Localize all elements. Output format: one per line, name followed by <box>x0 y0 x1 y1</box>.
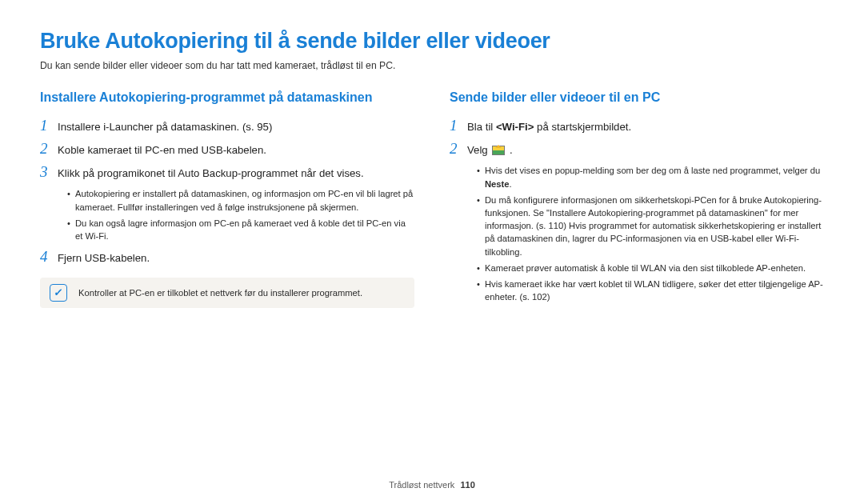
photo-icon <box>492 146 505 155</box>
bold-text: Neste <box>485 179 509 189</box>
step-number-icon: 2 <box>450 141 467 158</box>
step-text: Klikk på programikonet til Auto Backup-p… <box>58 164 364 181</box>
bullet-item: Du må konfigurere informasjonen om sikke… <box>477 194 824 258</box>
left-step-4: 4 Fjern USB-kabelen. <box>40 249 414 266</box>
left-column: Installere Autokopiering-programmet på d… <box>40 90 414 310</box>
footer-section: Trådløst nettverk <box>389 480 454 490</box>
left-step-2: 2 Koble kameraet til PC-en med USB-kabel… <box>40 141 414 158</box>
step-number-icon: 1 <box>40 118 58 134</box>
page-title: Bruke Autokopiering til å sende bilder e… <box>40 29 824 54</box>
step-text: Velg . <box>467 141 513 158</box>
bullet-item: Du kan også lagre informasjon om PC-en p… <box>67 217 414 242</box>
intro-text: Du kan sende bilder eller videoer som du… <box>40 60 824 71</box>
right-step-1: 1 Bla til <Wi-Fi> på startskjermbildet. <box>450 118 824 134</box>
left-step-3: 3 Klikk på programikonet til Auto Backup… <box>40 164 414 181</box>
step-number-icon: 4 <box>40 249 58 266</box>
step-number-icon: 3 <box>40 164 58 181</box>
text-span: på startskjermbildet. <box>534 121 631 133</box>
page-footer: Trådløst nettverk 110 <box>0 480 864 490</box>
note-text: Kontroller at PC-en er tilkoblet et nett… <box>78 288 362 298</box>
page: Bruke Autokopiering til å sende bilder e… <box>0 0 864 310</box>
step-text: Fjern USB-kabelen. <box>58 249 150 266</box>
text-span: Bla til <box>467 121 496 133</box>
columns: Installere Autokopiering-programmet på d… <box>40 90 824 310</box>
footer-page-number: 110 <box>460 480 474 490</box>
text-span: Hvis det vises en popup-melding som ber … <box>485 166 820 175</box>
note-box: ✓ Kontroller at PC-en er tilkoblet et ne… <box>40 278 414 308</box>
bullet-item: Autokopiering er installert på datamaski… <box>67 187 414 213</box>
text-span: . <box>509 179 511 189</box>
step-text: Installere i-Launcher på datamaskinen. (… <box>58 118 272 134</box>
right-section-heading: Sende bilder eller videoer til en PC <box>450 90 824 105</box>
left-step-1: 1 Installere i-Launcher på datamaskinen.… <box>40 118 414 134</box>
bold-text: <Wi-Fi> <box>496 121 534 133</box>
bullet-item: Hvis det vises en popup-melding som ber … <box>477 164 824 190</box>
bullet-item: Kameraet prøver automatisk å koble til W… <box>477 262 824 274</box>
text-span: Velg <box>467 144 490 156</box>
left-section-heading: Installere Autokopiering-programmet på d… <box>40 90 414 105</box>
note-icon: ✓ <box>50 284 67 302</box>
step-text: Koble kameraet til PC-en med USB-kabelen… <box>58 141 266 158</box>
step-number-icon: 2 <box>40 141 58 158</box>
right-step-2-bullets: Hvis det vises en popup-melding som ber … <box>477 164 824 303</box>
right-column: Sende bilder eller videoer til en PC 1 B… <box>450 90 824 310</box>
step-number-icon: 1 <box>450 118 467 134</box>
right-step-2: 2 Velg . <box>450 141 824 158</box>
left-step-3-bullets: Autokopiering er installert på datamaski… <box>67 187 414 242</box>
bullet-item: Hvis kameraet ikke har vært koblet til W… <box>477 278 824 303</box>
step-text: Bla til <Wi-Fi> på startskjermbildet. <box>467 118 631 134</box>
